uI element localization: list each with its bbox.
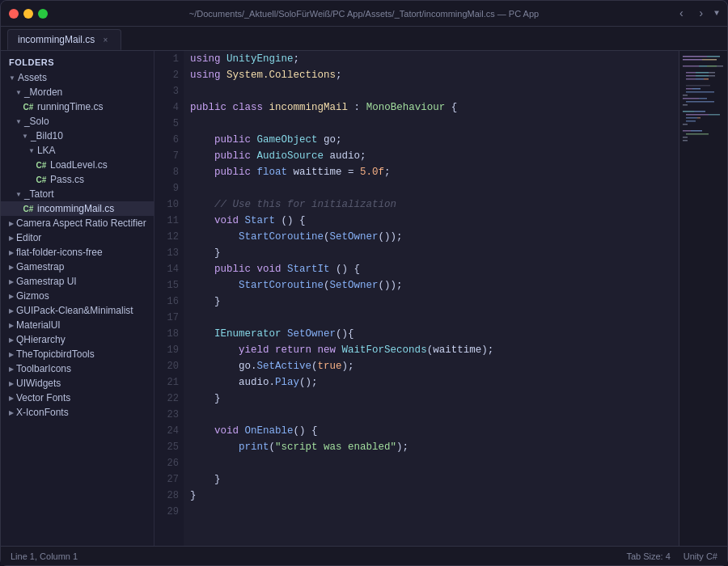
traffic-lights — [9, 9, 48, 19]
status-right: Tab Size: 4 Unity C# — [626, 551, 717, 561]
code-line-15: StartCoroutine(SetOwner()); — [190, 277, 672, 294]
sidebar-item-runningtime[interactable]: C# runningTime.cs — [1, 99, 154, 114]
code-line-16: } — [190, 294, 672, 310]
tab-bar: incommingMail.cs × — [1, 27, 727, 51]
svg-rect-36 — [683, 124, 688, 125]
cs-file-icon: C# — [22, 103, 35, 112]
code-content: using UnityEngine; using System.Collecti… — [184, 51, 679, 546]
code-line-23 — [190, 407, 672, 423]
tab-size: Tab Size: 4 — [626, 551, 670, 561]
minimap-preview — [679, 51, 727, 546]
code-line-17 — [190, 310, 672, 326]
sidebar-item-loadlevel[interactable]: C# LoadLevel.cs — [1, 158, 154, 172]
maximize-button[interactable] — [38, 9, 48, 19]
collapse-icon: ▶ — [9, 307, 14, 315]
tab-label: incommingMail.cs — [18, 34, 95, 45]
code-line-13: } — [190, 245, 672, 261]
sidebar: FOLDERS ▼ Assets ▼ _Morden C# runningTim… — [1, 51, 154, 546]
sidebar-item-assets[interactable]: ▼ Assets — [1, 70, 154, 85]
sidebar-item-vectorfonts[interactable]: ▶ Vector Fonts — [1, 391, 154, 405]
code-line-5 — [190, 116, 672, 132]
code-line-6: public GameObject go; — [190, 132, 672, 148]
sidebar-item-xiconfonts[interactable]: ▶ X-IconFonts — [1, 405, 154, 420]
status-bar: Line 1, Column 1 Tab Size: 4 Unity C# — [1, 546, 727, 565]
sidebar-item-bild10[interactable]: ▼ _Bild10 — [1, 129, 154, 143]
cs-file-icon: C# — [22, 205, 35, 213]
collapse-icon: ▶ — [9, 395, 14, 402]
sidebar-item-guipack[interactable]: ▶ GUIPack-Clean&Minimalist — [1, 303, 154, 318]
collapse-icon: ▶ — [9, 278, 14, 285]
sidebar-item-gizmos[interactable]: ▶ Gizmos — [1, 289, 154, 303]
chevron-down-icon[interactable]: ▼ — [714, 9, 719, 18]
sidebar-item-morden[interactable]: ▼ _Morden — [1, 85, 154, 99]
code-line-29 — [190, 504, 672, 520]
collapse-icon: ▶ — [9, 220, 14, 227]
main-area: FOLDERS ▼ Assets ▼ _Morden C# runningTim… — [1, 51, 727, 546]
tab-close-icon[interactable]: × — [99, 34, 111, 45]
expand-icon: ▼ — [15, 89, 22, 96]
window-title: ~/Documents/_Aktuell/SoloFürWeiß/PC App/… — [189, 9, 539, 19]
code-line-27: } — [190, 471, 672, 488]
sidebar-item-toolbaricons[interactable]: ▶ ToolbarIcons — [1, 361, 154, 376]
svg-rect-38 — [691, 130, 702, 132]
code-line-7: public AudioSource audio; — [190, 148, 672, 164]
svg-rect-25 — [699, 98, 707, 99]
app-window: ~/Documents/_Aktuell/SoloFürWeiß/PC App/… — [0, 0, 728, 566]
svg-rect-37 — [683, 130, 691, 132]
svg-rect-10 — [696, 72, 709, 74]
expand-icon: ▼ — [22, 133, 28, 140]
code-line-20: go.SetActive(true); — [190, 358, 672, 374]
collapse-icon: ▶ — [9, 380, 14, 387]
collapse-icon: ▶ — [9, 264, 14, 271]
sidebar-item-tatort[interactable]: ▼ _Tatort — [1, 187, 154, 201]
svg-rect-9 — [686, 72, 696, 74]
svg-rect-24 — [692, 98, 699, 99]
svg-rect-13 — [696, 75, 709, 77]
sidebar-item-qhierarchy[interactable]: ▶ QHierarchy — [1, 332, 154, 347]
code-line-25: print("script was enabled"); — [190, 439, 672, 455]
expand-icon: ▼ — [9, 74, 15, 82]
sidebar-item-camera[interactable]: ▶ Camera Aspect Ratio Rectifier — [1, 216, 154, 230]
svg-rect-35 — [686, 120, 696, 122]
sidebar-item-incommingmail[interactable]: C# incommingMail.cs — [1, 201, 154, 216]
svg-rect-20 — [692, 88, 700, 90]
code-line-4: public class incommingMail : MonoBehavio… — [190, 99, 672, 116]
svg-rect-0 — [679, 51, 727, 546]
collapse-icon: ▶ — [9, 293, 14, 300]
nav-back[interactable]: ‹ — [675, 6, 688, 22]
sidebar-item-materialui[interactable]: ▶ MaterialUI — [1, 318, 154, 332]
svg-rect-28 — [683, 111, 694, 112]
sidebar-item-lka[interactable]: ▼ LKA — [1, 143, 154, 158]
nav-forward[interactable]: › — [695, 6, 708, 22]
svg-rect-8 — [717, 65, 723, 67]
line-numbers: 12345 678910 1112131415 1617181920 21222… — [154, 51, 184, 546]
svg-rect-32 — [709, 114, 720, 116]
sidebar-item-uiwidgets[interactable]: ▶ UIWidgets — [1, 376, 154, 391]
minimize-button[interactable] — [23, 9, 33, 19]
editor-area[interactable]: 12345 678910 1112131415 1617181920 21222… — [154, 51, 727, 546]
collapse-icon: ▶ — [9, 322, 14, 329]
expand-icon: ▼ — [28, 147, 35, 154]
code-view: 12345 678910 1112131415 1617181920 21222… — [154, 51, 727, 546]
sidebar-item-pass[interactable]: C# Pass.cs — [1, 172, 154, 187]
close-button[interactable] — [9, 9, 19, 19]
collapse-icon: ▶ — [9, 249, 14, 256]
svg-rect-21 — [686, 91, 714, 93]
sidebar-item-topicbird[interactable]: ▶ TheTopicbirdTools — [1, 347, 154, 361]
sidebar-item-flatfolder[interactable]: ▶ flat-folder-icons-free — [1, 245, 154, 260]
code-line-9 — [190, 180, 672, 196]
tab-incommingmail[interactable]: incommingMail.cs × — [7, 29, 121, 50]
svg-rect-41 — [683, 140, 688, 142]
code-line-3 — [190, 83, 672, 99]
sidebar-item-gamestrapui[interactable]: ▶ Gamestrap UI — [1, 274, 154, 289]
sidebar-item-solo[interactable]: ▼ _Solo — [1, 114, 154, 129]
expand-icon: ▼ — [15, 118, 22, 125]
code-line-1: using UnityEngine; — [190, 51, 672, 67]
collapse-icon: ▶ — [9, 336, 14, 344]
sidebar-item-editor[interactable]: ▶ Editor — [1, 230, 154, 245]
sidebar-item-gamestrap[interactable]: ▶ Gamestrap — [1, 260, 154, 274]
code-line-12: StartCoroutine(SetOwner()); — [190, 229, 672, 245]
code-line-14: public void StartIt () { — [190, 261, 672, 277]
language-indicator: Unity C# — [684, 551, 717, 561]
svg-rect-18 — [686, 85, 710, 87]
